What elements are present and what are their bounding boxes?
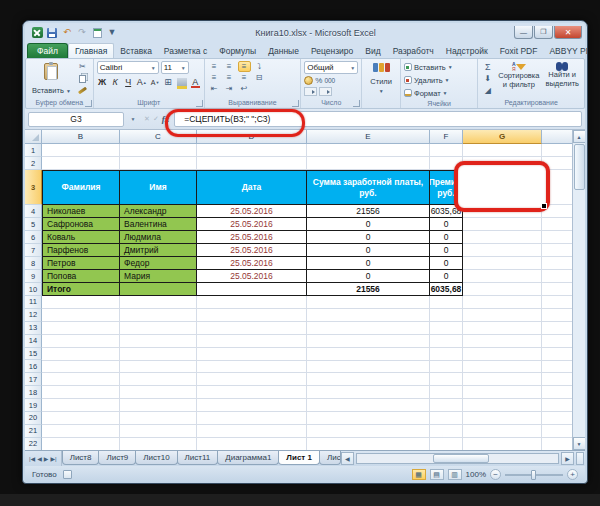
- shrink-font-button[interactable]: А: [150, 76, 161, 88]
- find-select-button[interactable]: Найти и выделить: [543, 61, 581, 97]
- cell-salary[interactable]: 21556: [307, 205, 430, 218]
- header-cell-salary[interactable]: Сумма заработной платы, руб.: [307, 170, 430, 205]
- row-header[interactable]: 2: [25, 157, 42, 170]
- cell-firstname[interactable]: Валентина: [120, 218, 197, 231]
- percent-format-icon[interactable]: %: [315, 76, 322, 85]
- tab-review[interactable]: Рецензиро: [305, 44, 359, 58]
- tab-insert[interactable]: Вставка: [114, 44, 158, 58]
- empty-grid-region[interactable]: [42, 296, 574, 450]
- number-format-select[interactable]: Общий▼: [304, 61, 358, 74]
- orientation-icon[interactable]: ⤵: [253, 61, 266, 72]
- increase-decimal-icon[interactable]: [304, 87, 317, 96]
- empty-cell[interactable]: [120, 157, 197, 170]
- empty-cell[interactable]: [542, 144, 574, 157]
- save-icon[interactable]: [46, 27, 58, 38]
- vertical-scroll-thumb[interactable]: [574, 144, 585, 190]
- name-box-dropdown-icon[interactable]: ▼: [127, 112, 139, 127]
- prev-sheet-icon[interactable]: ◀: [37, 455, 42, 462]
- tab-home[interactable]: Главная: [68, 43, 114, 58]
- currency-format-icon[interactable]: [304, 76, 313, 85]
- column-header-e[interactable]: E: [307, 130, 430, 144]
- horizontal-scroll-thumb[interactable]: [433, 454, 489, 463]
- font-color-button[interactable]: А: [190, 76, 201, 88]
- restore-button[interactable]: ❐: [534, 26, 553, 39]
- next-sheet-icon[interactable]: ▶: [44, 455, 49, 462]
- cell-date[interactable]: 25.05.2016: [197, 218, 307, 231]
- sheet-tab-active[interactable]: Лист 1: [278, 451, 320, 465]
- row-header[interactable]: 10: [25, 283, 42, 296]
- empty-cell[interactable]: [463, 231, 542, 244]
- scroll-down-icon[interactable]: ▼: [573, 437, 586, 450]
- sheet-tab[interactable]: Лист11: [177, 451, 219, 465]
- empty-cell[interactable]: [463, 283, 542, 296]
- empty-cell[interactable]: [197, 283, 307, 296]
- font-size-select[interactable]: 11▼: [161, 61, 189, 74]
- row-header[interactable]: 11: [25, 296, 42, 309]
- merge-center-icon[interactable]: ⊟: [253, 72, 266, 83]
- page-break-view-icon[interactable]: ▥: [448, 469, 462, 480]
- underline-button[interactable]: Ч: [123, 76, 134, 88]
- cell-firstname[interactable]: Дмитрий: [120, 244, 197, 257]
- horizontal-scrollbar[interactable]: [356, 453, 559, 464]
- sheet-tab[interactable]: Лист8: [62, 451, 100, 465]
- cell-firstname[interactable]: Людмила: [120, 231, 197, 244]
- macro-record-icon[interactable]: [63, 470, 72, 479]
- page-layout-view-icon[interactable]: ▤: [430, 469, 444, 480]
- row-header[interactable]: 4: [25, 205, 42, 218]
- grow-font-button[interactable]: А: [136, 76, 148, 88]
- align-middle-icon[interactable]: ≡: [223, 61, 236, 72]
- column-header-b[interactable]: B: [42, 130, 120, 144]
- empty-cell[interactable]: [197, 157, 307, 170]
- tab-page-layout[interactable]: Разметка с: [158, 44, 213, 58]
- redo-icon[interactable]: ↷: [76, 27, 88, 38]
- tab-abbyy-pdf[interactable]: ABBYY PDF: [543, 44, 588, 58]
- align-center-icon[interactable]: ≡: [223, 72, 236, 83]
- cell-salary[interactable]: 0: [307, 257, 430, 270]
- zoom-slider[interactable]: [505, 474, 563, 476]
- row-header[interactable]: 19: [25, 399, 42, 412]
- row-header[interactable]: 13: [25, 322, 42, 335]
- empty-cell[interactable]: [542, 231, 574, 244]
- row-header[interactable]: 20: [25, 412, 42, 425]
- row-header[interactable]: 18: [25, 386, 42, 399]
- sheet-tab[interactable]: Диаграмма1: [217, 451, 279, 465]
- number-dialog-launcher-icon[interactable]: [353, 100, 360, 107]
- empty-cell[interactable]: [197, 144, 307, 157]
- empty-cell[interactable]: [307, 157, 430, 170]
- empty-cell[interactable]: [463, 218, 542, 231]
- tab-scroll-right-icon[interactable]: ▶: [561, 452, 574, 465]
- cell-surname[interactable]: Парфенов: [42, 244, 120, 257]
- decrease-decimal-icon[interactable]: [319, 87, 332, 96]
- empty-cell[interactable]: [42, 144, 120, 157]
- sheet-tab[interactable]: Лист10: [135, 451, 177, 465]
- total-bonus-cell[interactable]: 6035,68: [430, 283, 463, 296]
- zoom-out-icon[interactable]: −: [490, 469, 501, 480]
- first-sheet-icon[interactable]: |◀: [29, 455, 35, 462]
- empty-cell[interactable]: [542, 257, 574, 270]
- cell-salary[interactable]: 0: [307, 244, 430, 257]
- header-cell-surname[interactable]: Фамилия: [42, 170, 120, 205]
- row-header[interactable]: 1: [25, 144, 42, 157]
- row-header[interactable]: 16: [25, 360, 42, 373]
- styles-button[interactable]: Стили▼: [367, 61, 395, 97]
- normal-view-icon[interactable]: ▦: [412, 469, 426, 480]
- tab-addins[interactable]: Надстройк: [440, 44, 494, 58]
- zoom-level[interactable]: 100%: [466, 470, 486, 479]
- align-bottom-icon[interactable]: ≡: [238, 61, 251, 72]
- tab-formulas[interactable]: Формулы: [213, 44, 262, 58]
- borders-icon[interactable]: ⊞: [163, 76, 174, 88]
- row-header[interactable]: 7: [25, 244, 42, 257]
- row-header[interactable]: 14: [25, 335, 42, 348]
- empty-cell[interactable]: [120, 144, 197, 157]
- cell-date[interactable]: 25.05.2016: [197, 231, 307, 244]
- empty-cell[interactable]: [307, 144, 430, 157]
- scroll-up-icon[interactable]: ▲: [573, 130, 586, 143]
- row-header[interactable]: 15: [25, 348, 42, 361]
- excel-logo-icon[interactable]: [31, 27, 43, 38]
- new-sheet-icon[interactable]: [91, 27, 103, 38]
- header-cell-date[interactable]: Дата: [197, 170, 307, 205]
- enter-entry-icon[interactable]: ✓: [153, 115, 159, 123]
- select-all-corner[interactable]: [25, 130, 42, 144]
- cell-surname[interactable]: Петров: [42, 257, 120, 270]
- clear-icon[interactable]: ◢: [481, 85, 494, 96]
